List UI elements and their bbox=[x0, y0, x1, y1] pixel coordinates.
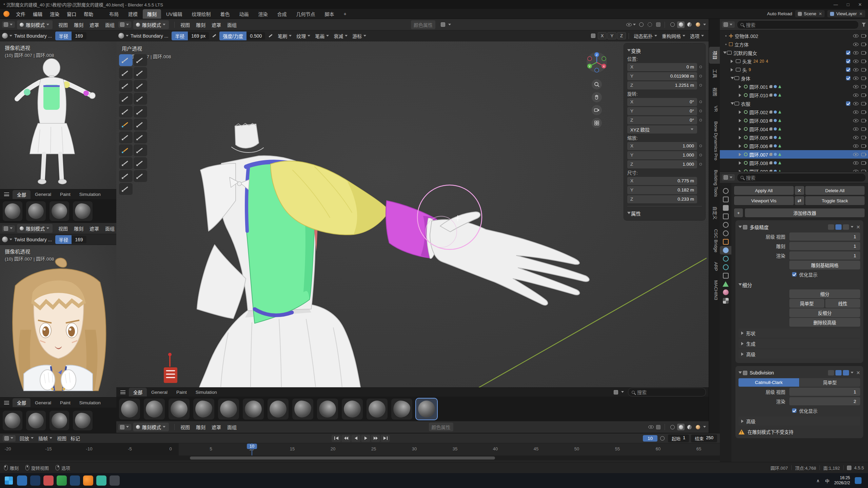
menu-edit[interactable]: 编辑 bbox=[29, 9, 46, 18]
camera-icon[interactable] bbox=[861, 136, 866, 139]
collapse-icon[interactable] bbox=[627, 212, 631, 216]
outliner-row-circle-005[interactable]: 圆环.005 bbox=[720, 133, 868, 142]
menu-view[interactable]: 视图 bbox=[55, 434, 68, 443]
outliner-row-collection-head[interactable]: 头9 bbox=[720, 65, 868, 74]
popover-cursor[interactable]: 游标 bbox=[350, 32, 369, 40]
menu-file[interactable]: 文件 bbox=[12, 9, 29, 18]
properties-tab-constraints-icon[interactable] bbox=[723, 273, 729, 279]
taskbar-app-icon[interactable] bbox=[30, 475, 40, 486]
outliner-row-collection-body[interactable]: 身体 bbox=[720, 74, 868, 82]
close-button[interactable]: ✕ bbox=[858, 2, 862, 7]
radius-slider[interactable]: 半径 bbox=[55, 32, 72, 40]
properties-tab-scene-icon[interactable] bbox=[723, 222, 729, 228]
collapse-icon[interactable] bbox=[738, 371, 742, 375]
outliner-row-circle-006[interactable]: 圆环.006 bbox=[720, 142, 868, 150]
camera-icon[interactable] bbox=[861, 102, 866, 105]
properties-tab-physics-icon[interactable] bbox=[723, 264, 729, 270]
location-x-field[interactable]: X0 m bbox=[627, 63, 697, 71]
simple-subdivide-button[interactable]: 简单型 bbox=[789, 299, 824, 308]
eye-icon[interactable] bbox=[853, 127, 859, 131]
outliner-row-collection-hair[interactable]: 头发24204 bbox=[720, 57, 868, 65]
brush-thumbnail[interactable] bbox=[317, 399, 338, 420]
side-tab-building-tools[interactable]: Building Tools bbox=[709, 166, 720, 201]
menu-sculpt[interactable]: 雕刻 bbox=[193, 20, 209, 29]
popover-dyntopo[interactable]: 动态拓扑 bbox=[632, 32, 660, 40]
playhead-frame-label[interactable]: 10 bbox=[247, 444, 257, 449]
checkbox-icon[interactable] bbox=[846, 67, 850, 72]
remove-modifier-icon[interactable]: ✕ bbox=[856, 370, 860, 375]
lock-icon[interactable] bbox=[699, 66, 702, 68]
brush-thumbnail[interactable] bbox=[367, 399, 388, 420]
editor-type-button[interactable] bbox=[2, 225, 15, 232]
mirror-z-toggle[interactable]: Z bbox=[617, 32, 626, 39]
rotation-mode-dropdown[interactable]: XYZ 欧拉 bbox=[627, 125, 697, 134]
next-keyframe-button[interactable] bbox=[371, 435, 380, 442]
add-button[interactable]: + bbox=[734, 208, 743, 217]
properties-section-title[interactable]: 属性 bbox=[631, 210, 641, 217]
workspace-tab-layout[interactable]: 布局 bbox=[105, 9, 123, 19]
active-brush-name[interactable]: Twist Boundary ... bbox=[14, 33, 52, 39]
advanced-section-collapsed[interactable]: 高级 bbox=[738, 416, 860, 426]
outliner-row-circle-009[interactable]: 圆环.009 bbox=[720, 167, 868, 171]
popover-texture[interactable]: 纹理 bbox=[294, 32, 313, 40]
realtime-toggle-icon[interactable] bbox=[835, 224, 842, 230]
popover-options[interactable]: 选项 bbox=[688, 32, 707, 40]
tray-expand-icon[interactable]: ∧ bbox=[816, 478, 820, 483]
properties-tab-render-icon[interactable] bbox=[723, 197, 729, 202]
strength-slider[interactable]: 强度/力度 bbox=[219, 32, 246, 40]
expand-icon[interactable] bbox=[739, 85, 743, 88]
main-3d-viewport[interactable]: 用户透视 (10) 圆环.007 | 圆环.008 bbox=[116, 41, 709, 387]
checkbox-icon[interactable] bbox=[846, 59, 850, 63]
outliner-search-input[interactable]: 搜索 bbox=[737, 20, 859, 29]
checkbox-icon[interactable] bbox=[846, 76, 850, 80]
checkbox-icon[interactable] bbox=[846, 50, 850, 55]
display-options-icon[interactable] bbox=[612, 389, 619, 395]
taskbar-clock[interactable]: 16:25 2026/2/2 bbox=[834, 475, 850, 486]
view-layer-selector[interactable]: ViewLayer ✕ bbox=[827, 10, 865, 17]
render-levels-field[interactable]: 1 bbox=[789, 251, 860, 260]
shelf-tab-general[interactable]: General bbox=[147, 389, 172, 396]
workspace-tab-compositing[interactable]: 合成 bbox=[273, 9, 291, 19]
camera-icon[interactable] bbox=[861, 110, 866, 114]
tool-clay-brush[interactable] bbox=[119, 67, 133, 79]
lock-icon[interactable] bbox=[699, 101, 702, 103]
tool-draw-brush[interactable] bbox=[119, 54, 133, 66]
menu-view[interactable]: 视图 bbox=[55, 20, 71, 29]
modifier-name[interactable]: 多级精度 bbox=[750, 224, 769, 230]
levels-viewport-field[interactable]: 1 bbox=[789, 232, 860, 241]
shelf-tab-simulation[interactable]: Simulation bbox=[75, 191, 105, 198]
side-tab-bone-dynamics[interactable]: Bone Dynamics Pro bbox=[709, 117, 720, 164]
properties-tab-particles-icon[interactable] bbox=[723, 256, 729, 262]
outliner-row-circle-001[interactable]: 圆环.001 bbox=[720, 82, 868, 91]
eye-icon[interactable] bbox=[853, 110, 859, 114]
outliner-row-collection-clothes[interactable]: 衣服 bbox=[720, 99, 868, 108]
checkbox-icon[interactable] bbox=[846, 101, 850, 106]
lock-icon[interactable] bbox=[699, 163, 702, 165]
camera-icon[interactable] bbox=[861, 94, 866, 97]
viewport-vis-button[interactable]: Viewport Vis bbox=[734, 196, 794, 205]
render-levels-field[interactable]: 2 bbox=[789, 397, 860, 405]
expand-icon[interactable] bbox=[731, 68, 735, 72]
workspace-tab-rendering[interactable]: 渲染 bbox=[254, 9, 272, 19]
camera-icon[interactable] bbox=[861, 144, 866, 148]
eye-icon[interactable] bbox=[853, 68, 859, 72]
outliner-row-circle-008[interactable]: 圆环.008 bbox=[720, 159, 868, 167]
eye-icon[interactable] bbox=[853, 161, 859, 165]
side-tab-item[interactable]: 项目 bbox=[709, 47, 720, 64]
eye-icon[interactable] bbox=[853, 85, 859, 88]
menu-face-sets[interactable]: 面组 bbox=[102, 20, 118, 29]
sculpt-levels-field[interactable]: 1 bbox=[789, 242, 860, 250]
expand-icon[interactable] bbox=[739, 119, 743, 122]
radius-slider[interactable]: 半径 bbox=[55, 235, 72, 244]
rotation-x-field[interactable]: X0° bbox=[627, 98, 697, 106]
camera-icon[interactable] bbox=[861, 85, 866, 88]
tool-annotate[interactable] bbox=[119, 183, 133, 195]
menu-icon[interactable] bbox=[4, 401, 9, 405]
camera-icon[interactable] bbox=[861, 161, 866, 165]
brush-thumbnail[interactable] bbox=[26, 411, 46, 430]
properties-tab-output-icon[interactable] bbox=[723, 205, 729, 211]
expand-icon[interactable] bbox=[739, 110, 743, 114]
camera-icon[interactable] bbox=[861, 60, 866, 63]
dimensions-z-field[interactable]: Z0.233 m bbox=[627, 195, 697, 203]
side-tab-machin3[interactable]: MACHIN3 bbox=[709, 276, 720, 304]
